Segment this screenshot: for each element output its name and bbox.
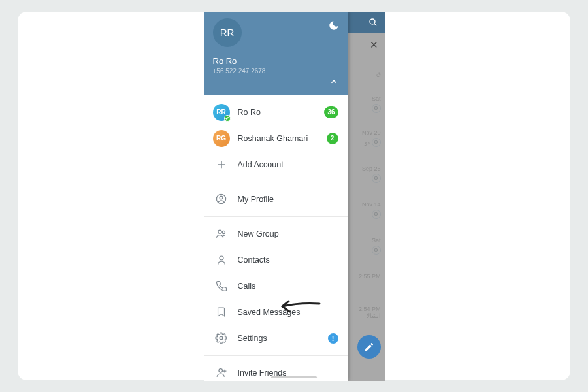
chat-row-time: Nov 20دو ⊛ bbox=[362, 129, 381, 147]
home-indicator bbox=[271, 376, 317, 378]
svg-point-5 bbox=[220, 196, 223, 199]
alert-badge: ! bbox=[328, 333, 338, 344]
pin-icon: ⊛ bbox=[372, 104, 381, 113]
navigation-drawer: RR Ro Ro +56 522 247 2678 RR bbox=[204, 12, 348, 381]
online-check-icon bbox=[224, 115, 231, 122]
chat-row-time: ق bbox=[376, 71, 381, 77]
menu-label: Contacts bbox=[238, 255, 270, 265]
svg-point-0 bbox=[370, 19, 375, 24]
my-profile-button[interactable]: My Profile bbox=[204, 186, 348, 212]
group-icon bbox=[213, 227, 230, 240]
account-name: Roshanak Ghamari bbox=[238, 134, 308, 143]
invite-icon bbox=[213, 367, 230, 379]
account-item[interactable]: RR Ro Ro 36 bbox=[204, 99, 348, 125]
chat-row-time: 2:54 PMایشالا bbox=[359, 306, 381, 319]
svg-point-6 bbox=[218, 230, 221, 233]
plus-icon bbox=[213, 159, 230, 171]
menu-label: Add Account bbox=[238, 160, 284, 169]
menu-label: Calls bbox=[238, 282, 256, 291]
unread-badge: 2 bbox=[327, 133, 338, 144]
screenshot-card: ✕ ق Sat⊛ Nov 20دو ⊛ Sep 25⊛ Nov 14⊛ Sat⊛… bbox=[18, 12, 570, 380]
menu-label: Settings bbox=[238, 334, 267, 343]
pin-icon: ⊛ bbox=[372, 138, 381, 147]
account-name: Ro Ro bbox=[238, 108, 261, 117]
svg-line-1 bbox=[374, 24, 376, 25]
compose-fab[interactable] bbox=[357, 335, 381, 359]
unread-badge: 36 bbox=[324, 106, 338, 118]
contacts-button[interactable]: Contacts bbox=[204, 247, 348, 273]
account-item[interactable]: RG Roshanak Ghamari 2 bbox=[204, 125, 348, 152]
gear-icon bbox=[213, 332, 230, 344]
svg-point-9 bbox=[220, 336, 223, 340]
profile-icon bbox=[213, 193, 230, 205]
bookmark-icon bbox=[213, 306, 230, 318]
svg-point-10 bbox=[219, 369, 223, 373]
new-group-button[interactable]: New Group bbox=[204, 221, 348, 247]
calls-button[interactable]: Calls bbox=[204, 273, 348, 299]
menu-label: My Profile bbox=[238, 195, 274, 204]
chat-row-time: 2:55 PM bbox=[359, 273, 381, 280]
pin-icon: ⊛ bbox=[372, 246, 381, 255]
profile-phone: +56 522 247 2678 bbox=[213, 67, 338, 74]
annotation-arrow bbox=[277, 297, 323, 316]
accounts-section: RR Ro Ro 36 RG Roshanak Ghamari 2 bbox=[204, 95, 348, 182]
chat-list-background: ✕ ق Sat⊛ Nov 20دو ⊛ Sep 25⊛ Nov 14⊛ Sat⊛… bbox=[348, 12, 385, 381]
pin-icon: ⊛ bbox=[372, 210, 381, 219]
chat-row-time: Sat⊛ bbox=[372, 237, 381, 255]
pin-icon: ⊛ bbox=[372, 174, 381, 183]
account-avatar: RG bbox=[213, 130, 230, 147]
chat-row-time: Nov 14⊛ bbox=[362, 201, 381, 219]
menu-label: New Group bbox=[238, 229, 279, 238]
pencil-icon bbox=[364, 342, 374, 352]
phone-icon bbox=[213, 280, 230, 292]
profile-section: My Profile bbox=[204, 182, 348, 217]
chat-topbar bbox=[348, 12, 385, 33]
profile-avatar[interactable]: RR bbox=[213, 18, 242, 47]
main-menu-section: New Group Contacts Calls bbox=[204, 217, 348, 356]
add-account-button[interactable]: Add Account bbox=[204, 152, 348, 178]
search-icon[interactable] bbox=[368, 17, 378, 27]
profile-name: Ro Ro bbox=[213, 56, 338, 66]
svg-point-7 bbox=[222, 231, 225, 233]
chat-row-time: Sat⊛ bbox=[372, 95, 381, 113]
settings-button[interactable]: Settings ! bbox=[204, 325, 348, 351]
contact-icon bbox=[213, 254, 230, 266]
phone-frame: ✕ ق Sat⊛ Nov 20دو ⊛ Sep 25⊛ Nov 14⊛ Sat⊛… bbox=[204, 12, 385, 381]
saved-messages-button[interactable]: Saved Messages bbox=[204, 299, 348, 325]
chevron-up-icon[interactable] bbox=[329, 77, 338, 86]
svg-point-8 bbox=[220, 256, 223, 260]
night-mode-icon[interactable] bbox=[328, 20, 340, 31]
account-avatar: RR bbox=[213, 104, 230, 121]
drawer-header[interactable]: RR Ro Ro +56 522 247 2678 bbox=[204, 12, 348, 95]
chat-row-time: Sep 25⊛ bbox=[362, 165, 381, 183]
